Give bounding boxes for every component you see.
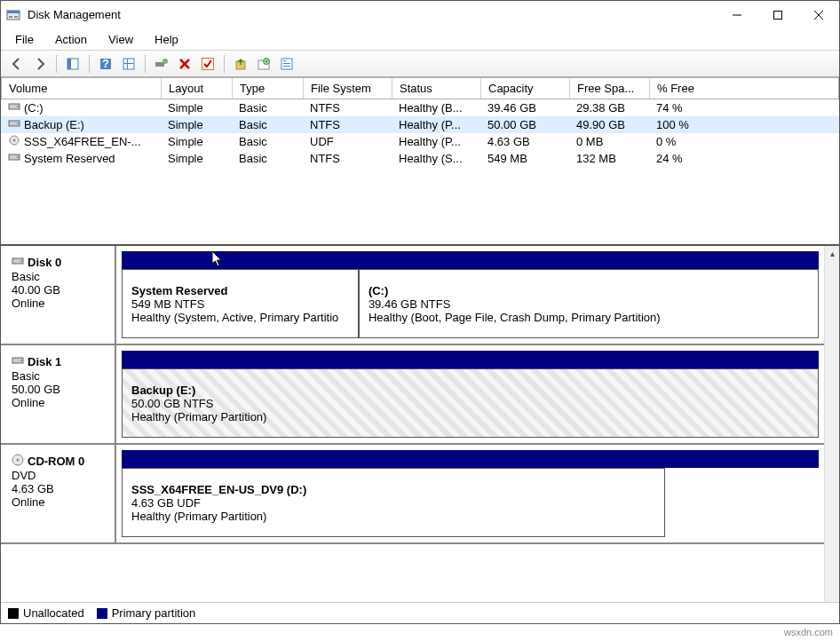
partition-strip-header (122, 251, 819, 269)
maximize-button[interactable] (757, 2, 798, 28)
partition-box[interactable]: SSS_X64FREE_EN-US_DV9 (D:)4.63 GB UDFHea… (122, 468, 665, 537)
disk-size: 50.00 GB (12, 383, 104, 396)
partition-info: 39.46 GB NTFS (368, 297, 809, 311)
legend: Unallocated Primary partition (1, 602, 839, 623)
disk-type: Basic (12, 369, 104, 383)
menu-help[interactable]: Help (146, 31, 187, 48)
partition-name: (C:) (368, 284, 809, 297)
svg-text:?: ? (102, 57, 109, 70)
partition-info: 50.00 GB NTFS (131, 397, 809, 410)
menu-action[interactable]: Action (46, 31, 96, 48)
forward-button[interactable] (29, 53, 51, 75)
legend-primary: Primary partition (97, 606, 196, 620)
menu-view[interactable]: View (99, 31, 142, 48)
svg-point-33 (13, 139, 16, 142)
svg-point-23 (265, 60, 267, 62)
volume-layout: Simple (161, 134, 232, 149)
partition-info: 4.63 GB UDF (131, 496, 655, 510)
svg-rect-2 (9, 16, 12, 18)
volume-status: Healthy (P... (392, 117, 480, 132)
minimize-button[interactable] (717, 2, 757, 28)
check-button[interactable] (197, 53, 218, 75)
volume-layout: Simple (161, 100, 232, 115)
svg-rect-25 (283, 60, 286, 61)
volume-fs: NTFS (303, 151, 392, 166)
col-filesystem[interactable]: File System (304, 78, 392, 99)
col-status[interactable]: Status (392, 78, 481, 99)
disk-size: 4.63 GB (12, 482, 104, 495)
col-type[interactable]: Type (233, 78, 304, 99)
settings-button[interactable] (151, 53, 172, 75)
col-capacity[interactable]: Capacity (481, 78, 570, 99)
partition-box[interactable]: (C:)39.46 GB NTFSHealthy (Boot, Page Fil… (359, 269, 819, 338)
partition-strip-header (122, 351, 819, 368)
disk-name: CD-ROM 0 (28, 455, 84, 468)
volume-row[interactable]: Backup (E:)SimpleBasicNTFSHealthy (P...5… (1, 116, 839, 133)
menu-file[interactable]: File (6, 31, 43, 48)
volume-free: 0 MB (569, 134, 649, 149)
partition-box[interactable]: System Reserved549 MB NTFSHealthy (Syste… (122, 269, 359, 338)
volume-pfree: 24 % (649, 151, 720, 166)
partition-name: SSS_X64FREE_EN-US_DV9 (D:) (131, 483, 655, 496)
disk-label[interactable]: Disk 0Basic40.00 GBOnline (1, 246, 116, 344)
toolbar-separator (224, 55, 225, 73)
col-layout[interactable]: Layout (162, 78, 233, 99)
partition-status: Healthy (System, Active, Primary Partiti… (131, 311, 349, 324)
partition-name: System Reserved (131, 284, 349, 297)
disk-icon (12, 354, 24, 369)
disk-graphical-pane[interactable]: Disk 0Basic40.00 GBOnlineSystem Reserved… (1, 246, 824, 602)
volume-icon (8, 101, 20, 115)
window-title: Disk Management (28, 8, 717, 21)
disk-type: Basic (12, 270, 104, 283)
delete-button[interactable] (174, 53, 195, 75)
refresh-button[interactable] (118, 53, 139, 75)
partition-box[interactable]: Backup (E:)50.00 GB NTFSHealthy (Primary… (122, 368, 819, 438)
disk-label[interactable]: CD-ROM 0DVD4.63 GBOnline (1, 445, 116, 542)
scroll-up-icon[interactable]: ▴ (825, 246, 839, 261)
action-button-1[interactable] (230, 53, 251, 75)
volume-row[interactable]: SSS_X64FREE_EN-...SimpleBasicUDFHealthy … (1, 133, 839, 150)
svg-rect-26 (283, 63, 290, 64)
disk-status: Online (12, 495, 104, 509)
volume-layout: Simple (161, 117, 232, 132)
app-icon (6, 8, 20, 22)
disk-status: Online (12, 297, 104, 310)
volume-name: (C:) (24, 101, 44, 115)
disk-partitions: Backup (E:)50.00 GB NTFSHealthy (Primary… (116, 345, 824, 443)
action-button-2[interactable] (253, 53, 274, 75)
partition-strip: System Reserved549 MB NTFSHealthy (Syste… (122, 269, 819, 338)
unallocated-swatch-icon (8, 608, 19, 619)
svg-point-16 (162, 59, 168, 64)
back-button[interactable] (6, 53, 28, 75)
col-free[interactable]: Free Spa... (570, 78, 650, 99)
vertical-scrollbar[interactable]: ▴ (824, 246, 839, 602)
volume-type: Basic (232, 134, 303, 149)
volume-name: SSS_X64FREE_EN-... (24, 135, 141, 148)
svg-rect-9 (67, 59, 71, 69)
volume-name: Backup (E:) (24, 118, 84, 131)
svg-point-39 (20, 360, 22, 361)
close-button[interactable] (798, 2, 839, 28)
svg-rect-15 (155, 62, 164, 67)
partition-status: Healthy (Primary Partition) (131, 410, 809, 423)
toolbar-separator (56, 55, 57, 73)
disk-label[interactable]: Disk 1Basic50.00 GBOnline (1, 345, 116, 443)
help-button[interactable]: ? (95, 53, 116, 75)
legend-unallocated-label: Unallocated (23, 606, 84, 620)
col-pfree[interactable]: % Free (650, 78, 721, 99)
volume-icon (8, 152, 20, 165)
volume-status: Healthy (P... (392, 134, 480, 149)
volume-list-body[interactable]: (C:)SimpleBasicNTFSHealthy (B...39.46 GB… (1, 99, 839, 244)
volume-capacity: 4.63 GB (480, 134, 569, 149)
volume-list: Volume Layout Type File System Status Ca… (1, 77, 839, 246)
show-hide-console-tree-button[interactable] (62, 53, 83, 75)
properties-button[interactable] (276, 53, 297, 75)
legend-unallocated: Unallocated (8, 606, 84, 620)
volume-row[interactable]: (C:)SimpleBasicNTFSHealthy (B...39.46 GB… (1, 99, 839, 116)
volume-row[interactable]: System ReservedSimpleBasicNTFSHealthy (S… (1, 150, 839, 167)
disk-name: Disk 0 (28, 256, 61, 269)
watermark: wsxdn.com (784, 627, 833, 637)
volume-fs: NTFS (303, 100, 392, 115)
volume-free: 49.90 GB (569, 117, 649, 132)
col-volume[interactable]: Volume (2, 78, 162, 99)
